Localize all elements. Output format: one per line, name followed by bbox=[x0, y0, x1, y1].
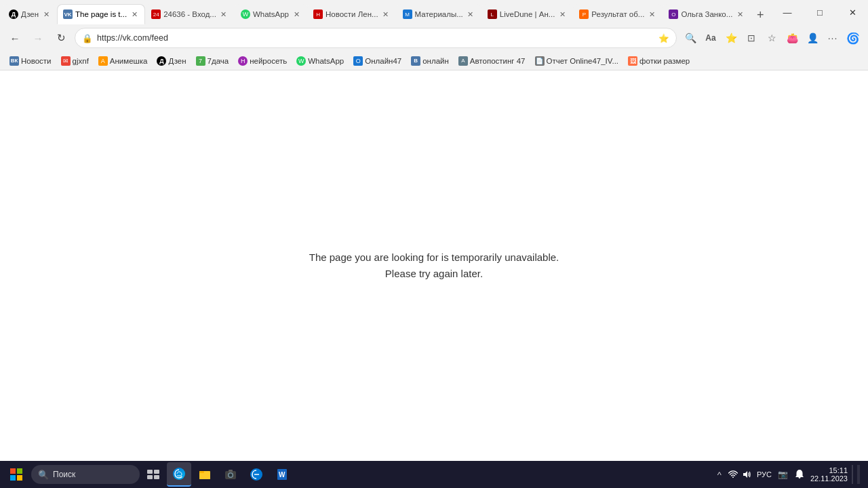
tab-close-whatsapp[interactable]: ✕ bbox=[292, 9, 301, 19]
bookmark-whatsapp[interactable]: W WhatsApp bbox=[292, 55, 348, 67]
tab-label-materialy: Материалы... bbox=[415, 10, 463, 18]
tab-close-novosti[interactable]: ✕ bbox=[381, 9, 391, 19]
bookmark-label-fotki: фотки размер bbox=[639, 57, 690, 65]
translate-icon[interactable]: Aa bbox=[701, 28, 720, 47]
edge2-icon bbox=[250, 468, 263, 481]
tab-favicon-rezultat: Р bbox=[579, 9, 589, 19]
tab-close-dzen[interactable]: ✕ bbox=[41, 9, 51, 19]
taskbar-app-edge[interactable] bbox=[167, 462, 191, 487]
network-icon[interactable] bbox=[728, 469, 738, 480]
task-view-button[interactable] bbox=[141, 462, 165, 487]
tab-favicon-vk: VK bbox=[63, 9, 73, 19]
tab-close-olga[interactable]: ✕ bbox=[735, 9, 745, 19]
taskbar-app-camera[interactable] bbox=[218, 462, 243, 487]
svg-rect-3 bbox=[17, 475, 22, 481]
tab-vk[interactable]: VK The page is t... ✕ bbox=[57, 4, 145, 24]
show-hidden-icon[interactable]: ^ bbox=[714, 469, 725, 480]
svg-rect-5 bbox=[154, 470, 159, 474]
taskbar-app-edge2[interactable] bbox=[244, 462, 269, 487]
bookmark-icon-online47: О bbox=[353, 56, 363, 66]
tab-close-materialy[interactable]: ✕ bbox=[466, 9, 475, 19]
svg-rect-1 bbox=[17, 468, 22, 474]
tab-label-novosti: Новости Лен... bbox=[326, 10, 378, 18]
taskbar-app-explorer[interactable] bbox=[193, 462, 217, 487]
collections-icon[interactable]: ☆ bbox=[762, 28, 781, 47]
start-button[interactable] bbox=[3, 462, 30, 487]
tab-rezultat[interactable]: Р Результат об... ✕ bbox=[573, 4, 663, 24]
tab-24636[interactable]: 24 24636 - Вход... ✕ bbox=[145, 4, 235, 24]
tab-label-rezultat: Результат об... bbox=[591, 10, 644, 18]
windows-logo-icon bbox=[10, 468, 22, 481]
minimize-button[interactable]: — bbox=[772, 1, 803, 23]
browser-wallet-icon[interactable]: 👛 bbox=[783, 28, 802, 47]
tab-close-livedune[interactable]: ✕ bbox=[557, 9, 567, 19]
bookmarks-bar: ВК Новости ✉ gjxnf А Анимешка Д Дзен 7 7… bbox=[0, 52, 868, 70]
star-icon[interactable]: ⭐ bbox=[658, 33, 669, 43]
bookmark-gjxnf[interactable]: ✉ gjxnf bbox=[57, 55, 93, 67]
bookmark-label-animeshka: Анимешка bbox=[110, 57, 148, 65]
taskbar: 🔍 Поиск bbox=[0, 461, 868, 488]
split-icon[interactable]: ⊡ bbox=[742, 28, 761, 47]
toolbar-icons: 🔍 Aa ⭐ ⊡ ☆ 👛 👤 ··· 🌀 bbox=[681, 28, 863, 47]
clock[interactable]: 15:11 22.11.2023 bbox=[810, 466, 848, 483]
task-view-icon bbox=[147, 470, 159, 479]
volume-icon[interactable] bbox=[741, 469, 752, 480]
more-icon[interactable]: ··· bbox=[823, 28, 842, 47]
svg-rect-15 bbox=[229, 470, 233, 472]
bookmark-animeshka[interactable]: А Анимешка bbox=[94, 55, 152, 67]
tab-olga[interactable]: О Ольга Занко... ✕ bbox=[663, 4, 751, 24]
back-button[interactable]: ← bbox=[5, 28, 24, 47]
tab-close-vk[interactable]: ✕ bbox=[130, 9, 139, 19]
tab-materialy[interactable]: М Материалы... ✕ bbox=[397, 4, 481, 24]
url-display: https://vk.com/feed bbox=[97, 33, 654, 43]
reload-button[interactable]: ↻ bbox=[52, 28, 71, 47]
tab-favicon-24636: 24 bbox=[151, 9, 161, 19]
tab-dzen[interactable]: Д Дзен ✕ bbox=[3, 4, 57, 24]
bookmark-novosti[interactable]: ВК Новости bbox=[5, 55, 56, 67]
bookmark-dzen[interactable]: Д Дзен bbox=[153, 55, 190, 67]
bell-icon bbox=[794, 469, 805, 480]
tab-livedune[interactable]: L LiveDune | Ан... ✕ bbox=[481, 4, 574, 24]
bookmark-icon-gjxnf: ✉ bbox=[61, 56, 71, 66]
bookmark-online[interactable]: В онлайн bbox=[407, 55, 453, 67]
bookmark-icon-novosti: ВК bbox=[9, 56, 19, 66]
bookmark-otchet[interactable]: 📄 Отчет Online47_IV... bbox=[531, 55, 623, 67]
speaker-icon bbox=[742, 470, 751, 479]
new-tab-button[interactable]: + bbox=[751, 5, 770, 24]
profile-icon[interactable]: 👤 bbox=[803, 28, 822, 47]
maximize-button[interactable]: □ bbox=[804, 1, 835, 23]
close-button[interactable]: ✕ bbox=[837, 1, 868, 23]
search-icon[interactable]: 🔍 bbox=[681, 28, 700, 47]
tab-novosti[interactable]: Н Новости Лен... ✕ bbox=[307, 4, 397, 24]
notifications-icon[interactable] bbox=[793, 468, 806, 481]
tab-close-rezultat[interactable]: ✕ bbox=[647, 9, 656, 19]
window-controls: — □ ✕ bbox=[772, 1, 868, 23]
search-bar[interactable]: 🔍 Поиск bbox=[31, 465, 140, 484]
bookmark-neirosete[interactable]: Н нейросеть bbox=[234, 55, 291, 67]
screenshot-icon[interactable]: 📷 bbox=[778, 469, 789, 480]
svg-rect-7 bbox=[154, 475, 159, 479]
bookmark-icon-animeshka: А bbox=[98, 56, 108, 66]
taskbar-app-word[interactable]: W bbox=[270, 462, 294, 487]
address-bar[interactable]: 🔒 https://vk.com/feed ⭐ bbox=[75, 28, 677, 48]
sys-tray: ^ РУС bbox=[714, 469, 774, 480]
bookmark-label-dzen: Дзен bbox=[168, 57, 186, 65]
page-content: The page you are looking for is temporar… bbox=[0, 70, 868, 461]
bookmark-fotki[interactable]: 🖼 фотки размер bbox=[624, 55, 694, 67]
favorites-icon[interactable]: ⭐ bbox=[722, 28, 741, 47]
bookmark-7dacha[interactable]: 7 7дача bbox=[192, 55, 233, 67]
bookmark-label-gjxnf: gjxnf bbox=[73, 57, 89, 65]
search-label: Поиск bbox=[53, 470, 75, 479]
search-icon: 🔍 bbox=[38, 470, 49, 480]
svg-rect-2 bbox=[10, 475, 16, 481]
bookmark-label-otchet: Отчет Online47_IV... bbox=[547, 57, 619, 65]
language-badge[interactable]: РУС bbox=[755, 470, 774, 479]
bookmark-online47[interactable]: О Онлайн47 bbox=[349, 55, 406, 67]
tab-close-24636[interactable]: ✕ bbox=[219, 9, 229, 19]
tab-whatsapp[interactable]: W WhatsApp ✕ bbox=[235, 4, 307, 24]
show-desktop-button[interactable] bbox=[857, 465, 860, 484]
bookmark-avtoposting[interactable]: А Автопостинг 47 bbox=[454, 55, 530, 67]
forward-button[interactable]: → bbox=[28, 28, 47, 47]
taskbar-apps: W bbox=[167, 462, 707, 487]
error-message: The page you are looking for is temporar… bbox=[309, 249, 559, 282]
